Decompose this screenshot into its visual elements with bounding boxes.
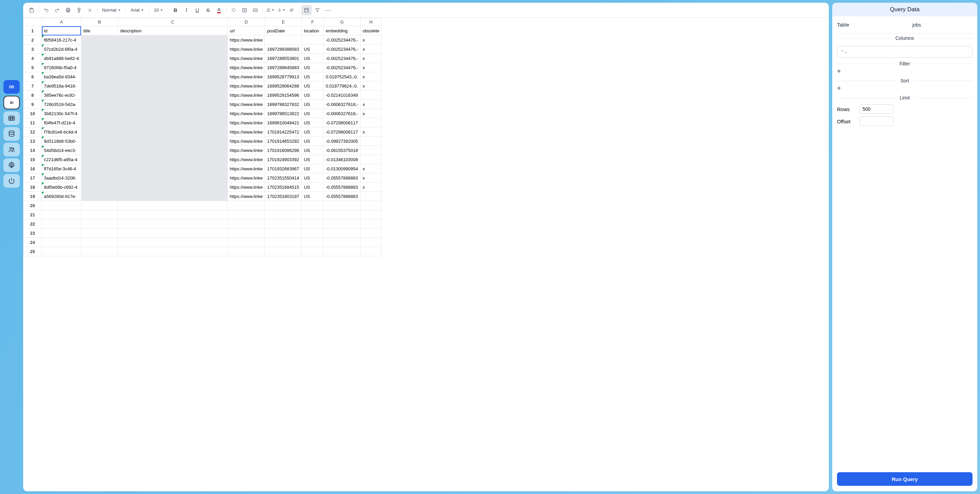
cell[interactable]: x xyxy=(360,127,381,137)
cell[interactable] xyxy=(118,63,228,72)
cell[interactable]: 1697289388583 xyxy=(265,45,302,54)
cell[interactable]: 1699529064288 xyxy=(265,81,302,91)
row-header[interactable]: 5 xyxy=(24,63,42,72)
cell[interactable]: https://www.linke xyxy=(228,146,265,155)
cell[interactable] xyxy=(42,210,81,219)
column-header-H[interactable]: H xyxy=(360,18,381,26)
cell[interactable]: https://www.linke xyxy=(228,155,265,164)
cell[interactable]: 1699810049421 xyxy=(265,118,302,127)
cell[interactable]: 0.019752543,-0. xyxy=(323,72,360,81)
cell[interactable]: 0.019779624,-0. xyxy=(323,81,360,91)
font-size-select[interactable]: 10▼ xyxy=(151,5,166,15)
row-header[interactable]: 8 xyxy=(24,91,42,100)
cell[interactable]: x xyxy=(360,164,381,174)
cell[interactable] xyxy=(81,183,118,192)
cell[interactable]: https://www.linke xyxy=(228,81,265,91)
grid-wrapper[interactable]: ABCDEFGH 1idtitledescriptionurlpostDatel… xyxy=(23,18,829,491)
cell[interactable] xyxy=(118,164,228,174)
cell[interactable] xyxy=(118,247,228,256)
row-header[interactable]: 22 xyxy=(24,219,42,229)
cell[interactable]: 1701916086296 xyxy=(265,146,302,155)
cell[interactable] xyxy=(360,229,381,238)
cell[interactable] xyxy=(42,247,81,256)
wrap-button[interactable] xyxy=(287,5,297,15)
sidebar-db-button[interactable]: DB xyxy=(3,80,20,94)
cell[interactable] xyxy=(360,238,381,247)
cell[interactable] xyxy=(265,35,302,45)
row-header[interactable]: 18 xyxy=(24,183,42,192)
cell[interactable] xyxy=(228,210,265,219)
cell[interactable]: 3b82130c-547f-4 xyxy=(42,109,81,118)
row-header[interactable]: 13 xyxy=(24,137,42,146)
redo-button[interactable] xyxy=(52,5,62,15)
cell[interactable]: -0.0006327618,- xyxy=(323,109,360,118)
cell[interactable]: US xyxy=(302,192,323,201)
cell[interactable] xyxy=(81,155,118,164)
cell[interactable]: -0.05557886883 xyxy=(323,174,360,183)
cell[interactable] xyxy=(323,229,360,238)
cell[interactable]: 1702351803197 xyxy=(265,192,302,201)
cell[interactable]: x xyxy=(360,63,381,72)
column-header-G[interactable]: G xyxy=(323,18,360,26)
cell[interactable]: x xyxy=(360,174,381,183)
cell[interactable]: f78c81e8-bc4d-4 xyxy=(42,127,81,137)
cell[interactable] xyxy=(118,238,228,247)
sidebar-database-button[interactable] xyxy=(3,127,20,141)
cell[interactable]: https://www.linke xyxy=(228,100,265,109)
cell[interactable]: db91a866-be82-4 xyxy=(42,54,81,63)
cell[interactable] xyxy=(323,247,360,256)
cell[interactable] xyxy=(360,201,381,210)
borders-button[interactable] xyxy=(239,5,250,15)
cell[interactable]: 9d3118b8-53b0- xyxy=(42,137,81,146)
cell[interactable]: ff7d165e-3c46-4 xyxy=(42,164,81,174)
cell[interactable]: 726b3519-542a- xyxy=(42,100,81,109)
row-header[interactable]: 10 xyxy=(24,109,42,118)
cell[interactable] xyxy=(81,45,118,54)
run-query-button[interactable]: Run Query xyxy=(837,472,972,486)
cell[interactable] xyxy=(302,238,323,247)
cell[interactable]: 1701914225472 xyxy=(265,127,302,137)
row-header[interactable]: 14 xyxy=(24,146,42,155)
cell[interactable] xyxy=(118,183,228,192)
cell[interactable]: x xyxy=(360,183,381,192)
cell[interactable] xyxy=(228,238,265,247)
cell[interactable]: https://www.linke xyxy=(228,45,265,54)
cell[interactable] xyxy=(118,146,228,155)
cell[interactable] xyxy=(81,72,118,81)
cell[interactable] xyxy=(81,118,118,127)
cell[interactable] xyxy=(81,146,118,155)
row-header[interactable]: 16 xyxy=(24,164,42,174)
cell[interactable]: US xyxy=(302,72,323,81)
cell[interactable] xyxy=(118,127,228,137)
cell[interactable] xyxy=(118,192,228,201)
row-header[interactable]: 23 xyxy=(24,229,42,238)
cell[interactable] xyxy=(118,81,228,91)
cell[interactable]: US xyxy=(302,100,323,109)
cell[interactable] xyxy=(302,210,323,219)
sidebar-table-button[interactable] xyxy=(3,112,20,125)
cell[interactable] xyxy=(118,155,228,164)
cell[interactable]: -0.05557886883 xyxy=(323,183,360,192)
cell[interactable]: x xyxy=(360,54,381,63)
sidebar-users-button[interactable] xyxy=(3,143,20,156)
cell[interactable]: 54d56d14-eec3- xyxy=(42,146,81,155)
cell[interactable]: location xyxy=(302,26,323,35)
cell[interactable] xyxy=(228,229,265,238)
cell[interactable]: f6f58416-217c-4 xyxy=(42,35,81,45)
cell[interactable] xyxy=(323,219,360,229)
cell[interactable] xyxy=(228,219,265,229)
cell[interactable] xyxy=(265,247,302,256)
row-header[interactable]: 20 xyxy=(24,201,42,210)
cell[interactable]: -0.01300990954 xyxy=(323,164,360,174)
cell[interactable] xyxy=(118,109,228,118)
cell[interactable]: https://www.linke xyxy=(228,63,265,72)
cell[interactable]: US xyxy=(302,174,323,183)
column-header-F[interactable]: F xyxy=(302,18,323,26)
cell[interactable]: US xyxy=(302,127,323,137)
cell[interactable]: https://www.linke xyxy=(228,137,265,146)
add-sort-button[interactable]: + xyxy=(837,83,972,96)
cell[interactable] xyxy=(360,192,381,201)
cell[interactable]: US xyxy=(302,164,323,174)
cell[interactable] xyxy=(118,219,228,229)
clear-format-button[interactable] xyxy=(85,5,95,15)
